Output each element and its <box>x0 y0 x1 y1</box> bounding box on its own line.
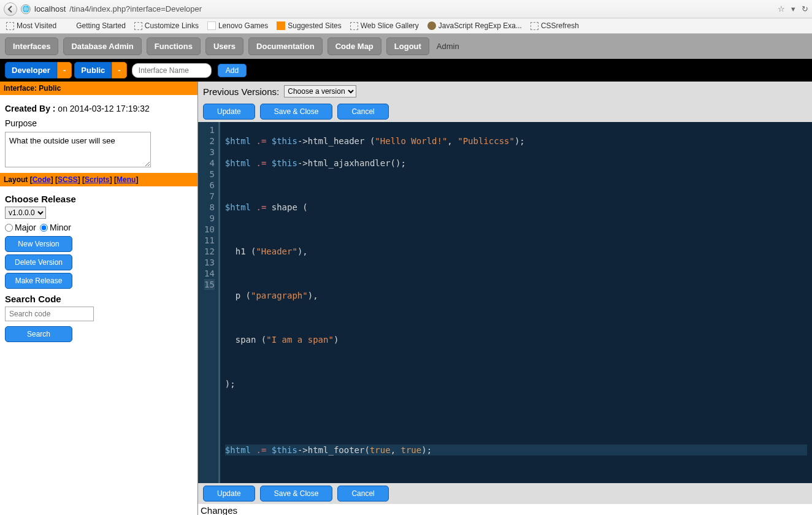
version-select[interactable]: Choose a version <box>284 85 356 97</box>
bookmark-item[interactable]: JavaScript RegExp Exa... <box>427 21 522 30</box>
nav-logout[interactable]: Logout <box>386 37 429 55</box>
bookmark-label: Lenovo Games <box>218 21 268 30</box>
back-button[interactable] <box>4 2 17 16</box>
dashed-icon <box>350 22 358 30</box>
bookmark-item[interactable]: Getting Started <box>65 21 126 30</box>
bookmark-star-icon[interactable]: ☆ <box>778 4 785 13</box>
delete-version-button[interactable]: Delete Version <box>5 254 72 270</box>
minor-radio[interactable] <box>40 224 48 232</box>
bookmark-label: Getting Started <box>76 21 126 30</box>
line-number: 10 <box>204 224 215 235</box>
nav-interfaces[interactable]: Interfaces <box>5 37 58 55</box>
bookmark-label: Suggested Sites <box>288 21 341 30</box>
line-number: 4 <box>204 158 215 169</box>
firefox-icon <box>65 21 74 30</box>
layout-link-scripts[interactable]: Scripts <box>85 175 110 184</box>
globe-icon: 🌐 <box>21 4 31 14</box>
minor-label: Minor <box>50 223 71 232</box>
editor-buttons-top: Update Save & Close Cancel <box>198 101 812 122</box>
orange-icon <box>277 21 285 30</box>
created-by-label: Created By : <box>5 104 55 113</box>
dropdown-icon[interactable]: ▾ <box>791 4 795 13</box>
line-number: 8 <box>204 202 215 213</box>
url-path: /tina4/index.php?interface=Developer <box>69 4 202 13</box>
tab-public[interactable]: Public <box>74 62 112 78</box>
make-release-button[interactable]: Make Release <box>5 273 72 289</box>
code-editor[interactable]: 123456789101112131415 $html .= $this->ht… <box>198 122 812 483</box>
line-number: 3 <box>204 147 215 158</box>
bookmark-item[interactable]: CSSrefresh <box>530 21 579 30</box>
bookmark-label: Most Visited <box>17 21 56 30</box>
major-radio[interactable] <box>5 224 13 232</box>
lenovo-icon <box>207 21 216 30</box>
update-button-top[interactable]: Update <box>203 104 255 120</box>
bookmark-item[interactable]: Lenovo Games <box>207 21 268 30</box>
layout-bar: Layout [Code] [SCSS] [Scripts] [Menu] <box>0 173 197 186</box>
url-host: localhost <box>34 4 66 13</box>
new-version-button[interactable]: New Version <box>5 236 72 252</box>
add-button[interactable]: Add <box>218 64 247 77</box>
sidebar: Interface: Public Created By : on 2014-0… <box>0 82 197 515</box>
save-close-button-top[interactable]: Save & Close <box>260 104 333 120</box>
save-close-button-bottom[interactable]: Save & Close <box>260 486 333 502</box>
dashed-icon <box>134 22 142 30</box>
nav-code-map[interactable]: Code Map <box>327 37 381 55</box>
update-button-bottom[interactable]: Update <box>203 486 255 502</box>
bookmark-item[interactable]: Web Slice Gallery <box>350 21 419 30</box>
bookmark-item[interactable]: Customize Links <box>134 21 199 30</box>
line-number: 12 <box>204 246 215 257</box>
bookmark-item[interactable]: Most Visited <box>6 21 56 30</box>
line-number: 1 <box>204 124 215 135</box>
bookmark-label: Web Slice Gallery <box>361 21 419 30</box>
browser-chrome: 🌐 localhost/tina4/index.php?interface=De… <box>0 0 812 18</box>
admin-label: Admin <box>437 42 459 51</box>
bookmark-label: Customize Links <box>145 21 199 30</box>
line-number: 14 <box>204 268 215 279</box>
major-label: Major <box>15 223 36 232</box>
line-number: 11 <box>204 235 215 246</box>
tab-public-remove[interactable]: - <box>112 62 126 78</box>
purpose-label: Purpose <box>5 118 193 128</box>
search-code-input[interactable] <box>5 307 94 321</box>
line-gutter: 123456789101112131415 <box>198 122 220 483</box>
previous-versions-row: Previous Versions: Choose a version <box>198 82 812 101</box>
tab-developer-remove[interactable]: - <box>57 62 72 78</box>
reload-icon[interactable]: ↻ <box>802 4 808 13</box>
dashed-icon <box>530 22 538 30</box>
changes-label: Changes <box>198 504 812 515</box>
layout-link-code[interactable]: Code <box>33 175 51 184</box>
tab-developer[interactable]: Developer <box>5 62 57 78</box>
sub-nav: Developer - Public - Add <box>0 59 812 82</box>
line-number: 9 <box>204 213 215 224</box>
nav-functions[interactable]: Functions <box>147 37 201 55</box>
editor-buttons-bottom: Update Save & Close Cancel <box>198 483 812 504</box>
cancel-button-bottom[interactable]: Cancel <box>337 486 388 502</box>
editor-pane: Previous Versions: Choose a version Upda… <box>197 82 812 515</box>
line-number: 7 <box>204 191 215 202</box>
search-code-label: Search Code <box>5 294 193 304</box>
layout-link-scss[interactable]: SCSS <box>58 175 78 184</box>
line-number: 2 <box>204 135 215 147</box>
release-select[interactable]: v1.0.0.0 <box>5 207 46 219</box>
bookmark-label: CSSrefresh <box>541 21 579 30</box>
bookmark-item[interactable]: Suggested Sites <box>277 21 341 30</box>
layout-link-menu[interactable]: Menu <box>117 175 136 184</box>
nav-documentation[interactable]: Documentation <box>248 37 323 55</box>
line-number: 6 <box>204 180 215 191</box>
nav-database-admin[interactable]: Database Admin <box>63 37 141 55</box>
purpose-textarea[interactable] <box>5 132 151 167</box>
cancel-button-top[interactable]: Cancel <box>337 104 388 120</box>
search-button[interactable]: Search <box>5 326 72 342</box>
bookmarks-bar: Most VisitedGetting StartedCustomize Lin… <box>0 18 812 34</box>
url-bar[interactable]: localhost/tina4/index.php?interface=Deve… <box>34 4 774 13</box>
interface-header: Interface: Public <box>0 82 197 95</box>
dashed-icon <box>6 22 14 30</box>
created-by-value: on 2014-03-12 17:19:32 <box>58 104 149 113</box>
bookmark-label: JavaScript RegExp Exa... <box>439 21 522 30</box>
previous-versions-label: Previous Versions: <box>203 86 279 97</box>
layout-prefix: Layout <box>4 175 28 184</box>
nav-users[interactable]: Users <box>205 37 243 55</box>
code-content[interactable]: $html .= $this->html_header ("Hello Worl… <box>220 122 812 483</box>
line-number: 13 <box>204 257 215 268</box>
interface-name-input[interactable] <box>132 63 212 78</box>
